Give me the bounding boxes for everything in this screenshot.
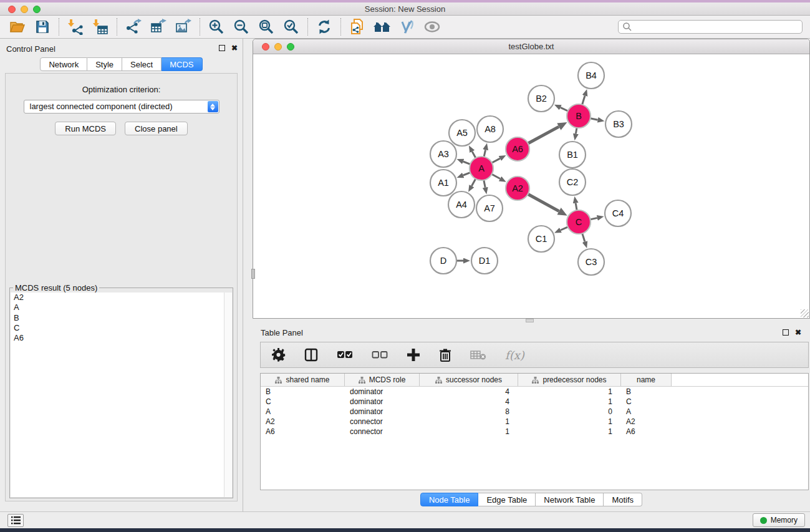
zoom-network-window-button[interactable] bbox=[287, 43, 294, 51]
graph-node-B1[interactable]: B1 bbox=[559, 142, 586, 168]
graph-edge-B-B4[interactable] bbox=[582, 96, 585, 105]
table-cell[interactable]: 1 bbox=[420, 427, 518, 436]
graph-edge-A-A3[interactable] bbox=[463, 162, 470, 164]
table-cell[interactable]: 1 bbox=[518, 427, 621, 436]
graph-edge-C-C3[interactable] bbox=[582, 233, 585, 241]
graph-edge-A-A1[interactable] bbox=[463, 173, 470, 175]
graph-node-D1[interactable]: D1 bbox=[471, 248, 498, 274]
table-cell[interactable]: A6 bbox=[621, 427, 672, 436]
graph-node-C1[interactable]: C1 bbox=[528, 226, 554, 252]
table-row[interactable]: A2connector11A2 bbox=[261, 417, 808, 427]
home-icon[interactable] bbox=[370, 17, 395, 37]
graph-node-A2[interactable]: A2 bbox=[506, 177, 529, 200]
table-cell[interactable]: 4 bbox=[420, 387, 518, 396]
minimize-window-button[interactable] bbox=[21, 6, 28, 13]
graph-edge-A-A7[interactable] bbox=[484, 180, 485, 188]
search-input[interactable] bbox=[618, 20, 803, 34]
graph-edge-B-B3[interactable] bbox=[591, 118, 598, 120]
import-network-icon[interactable] bbox=[63, 17, 88, 37]
graph-edge-A2-C[interactable] bbox=[528, 194, 559, 211]
export-image-icon[interactable] bbox=[171, 17, 196, 37]
horizontal-splitter-grip[interactable] bbox=[526, 319, 534, 322]
column-header-shared-name[interactable]: shared name bbox=[261, 374, 345, 386]
float-table-panel-icon[interactable] bbox=[783, 329, 789, 336]
table-cell[interactable]: 8 bbox=[420, 407, 518, 416]
column-header-predecessor-nodes[interactable]: predecessor nodes bbox=[518, 374, 621, 386]
eye-icon[interactable] bbox=[420, 17, 445, 37]
add-column-icon[interactable] bbox=[407, 348, 420, 362]
table-cell[interactable]: A2 bbox=[261, 417, 345, 426]
mcds-result-item[interactable]: A bbox=[11, 302, 232, 312]
network-canvas[interactable]: ABCA2A6A1A3A4A5A7A8B1B2B3B4C1C2C3C4DD1 bbox=[253, 54, 809, 318]
close-table-panel-icon[interactable]: ✖ bbox=[795, 329, 801, 336]
table-cell[interactable]: A2 bbox=[621, 417, 672, 426]
close-network-window-button[interactable] bbox=[262, 43, 269, 51]
graph-edge-A-A5[interactable] bbox=[472, 152, 476, 158]
table-cell[interactable]: C bbox=[261, 397, 345, 406]
column-header-name[interactable]: name bbox=[621, 374, 672, 386]
scrollbar[interactable] bbox=[224, 293, 232, 497]
tab-mcds[interactable]: MCDS bbox=[162, 57, 202, 71]
graph-edge-C-C4[interactable] bbox=[591, 218, 597, 220]
graph-edge-A-A4[interactable] bbox=[471, 179, 475, 186]
table-cell[interactable]: dominator bbox=[345, 387, 420, 396]
table-cell[interactable]: 1 bbox=[518, 417, 621, 426]
mcds-result-list[interactable]: A2ABCA6 bbox=[11, 293, 232, 497]
node-table[interactable]: shared nameMCDS rolesuccessor nodesprede… bbox=[260, 373, 809, 490]
table-cell[interactable]: B bbox=[621, 387, 672, 396]
graph-node-A8[interactable]: A8 bbox=[477, 116, 503, 142]
mcds-result-item[interactable]: A2 bbox=[11, 293, 232, 302]
export-network-icon[interactable] bbox=[121, 17, 146, 37]
graph-node-A6[interactable]: A6 bbox=[506, 137, 529, 161]
table-cell[interactable]: A bbox=[261, 407, 345, 416]
tab-select[interactable]: Select bbox=[122, 57, 162, 71]
export-table-icon[interactable] bbox=[146, 17, 171, 37]
table-cell[interactable]: 1 bbox=[518, 397, 621, 406]
table-row[interactable]: Cdominator41C bbox=[261, 397, 808, 407]
zoom-window-button[interactable] bbox=[33, 6, 41, 13]
duplicate-network-icon[interactable] bbox=[345, 17, 370, 37]
column-header-MCDS-role[interactable]: MCDS role bbox=[345, 374, 420, 386]
select-all-columns-icon[interactable] bbox=[337, 350, 353, 360]
refresh-icon[interactable] bbox=[312, 17, 337, 37]
table-tab-motifs[interactable]: Motifs bbox=[604, 493, 642, 506]
graph-node-A3[interactable]: A3 bbox=[430, 141, 456, 167]
graph-node-C2[interactable]: C2 bbox=[559, 169, 586, 195]
import-table-icon[interactable] bbox=[88, 17, 113, 37]
table-tab-node-table[interactable]: Node Table bbox=[420, 493, 479, 506]
table-cell[interactable]: C bbox=[621, 397, 672, 406]
delete-column-icon[interactable] bbox=[439, 348, 451, 362]
resize-grip-icon[interactable] bbox=[801, 309, 809, 317]
table-tab-edge-table[interactable]: Edge Table bbox=[478, 493, 536, 506]
mcds-result-item[interactable]: B bbox=[11, 313, 232, 323]
hide-details-icon[interactable] bbox=[395, 17, 420, 37]
graph-edge-A6-B[interactable] bbox=[528, 127, 559, 143]
splitter-grip[interactable] bbox=[251, 269, 255, 279]
graph-edge-C-C2[interactable] bbox=[576, 203, 577, 211]
graph-node-A4[interactable]: A4 bbox=[448, 191, 475, 218]
graph-node-B3[interactable]: B3 bbox=[605, 111, 632, 137]
table-cell[interactable]: dominator bbox=[345, 407, 420, 416]
search-box[interactable] bbox=[618, 20, 803, 34]
run-mcds-button[interactable]: Run MCDS bbox=[55, 122, 116, 135]
mcds-result-item[interactable]: A6 bbox=[11, 333, 232, 343]
network-window-titlebar[interactable]: testGlobe.txt bbox=[253, 39, 809, 54]
column-header-successor-nodes[interactable]: successor nodes bbox=[420, 374, 518, 386]
graph-node-A7[interactable]: A7 bbox=[476, 195, 503, 221]
minimize-network-window-button[interactable] bbox=[274, 43, 282, 51]
table-cell[interactable]: 1 bbox=[518, 387, 621, 396]
graph-edge-C-C1[interactable] bbox=[561, 227, 568, 230]
zoom-out-icon[interactable] bbox=[229, 17, 254, 37]
close-panel-button[interactable]: Close panel bbox=[125, 122, 188, 135]
graph-edge-A-A8[interactable] bbox=[484, 150, 486, 157]
graph-node-A[interactable]: A bbox=[470, 157, 493, 180]
table-cell[interactable]: A bbox=[621, 407, 672, 416]
graph-edge-B-B2[interactable] bbox=[561, 107, 568, 111]
float-panel-icon[interactable] bbox=[219, 45, 225, 51]
graph-node-D[interactable]: D bbox=[430, 248, 456, 274]
table-cell[interactable]: B bbox=[261, 387, 345, 396]
open-file-icon[interactable] bbox=[5, 17, 30, 37]
graph-edge-B-B1[interactable] bbox=[576, 128, 577, 134]
table-cell[interactable]: connector bbox=[345, 417, 420, 426]
table-cell[interactable]: A6 bbox=[261, 427, 345, 436]
